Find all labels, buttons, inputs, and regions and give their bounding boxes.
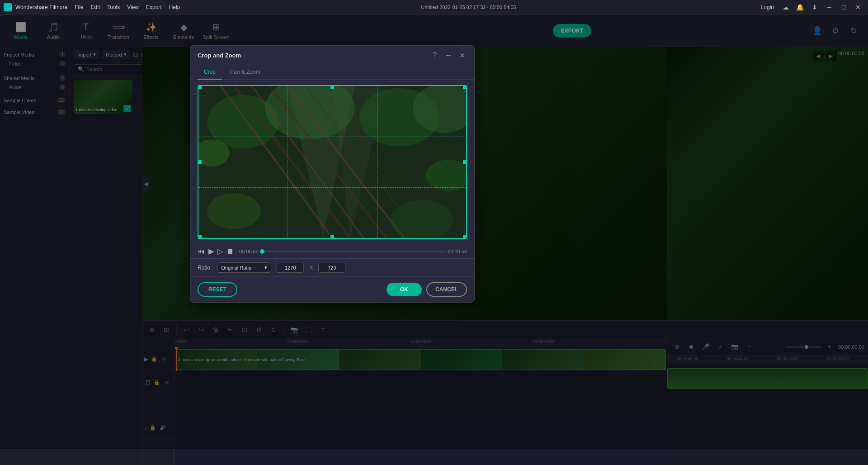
playback-time-end: 00:00:54	[448, 249, 467, 254]
menu-help[interactable]: Help	[169, 4, 180, 10]
dialog-header: Crop and Zoom ? ─ ✕	[190, 46, 474, 65]
login-button[interactable]: Login	[757, 3, 778, 11]
crop-handle-tl[interactable]	[198, 85, 202, 89]
app-logo	[4, 3, 12, 11]
dialog-title: Crop and Zoom	[198, 52, 241, 59]
playback-play[interactable]: ▶	[208, 247, 214, 256]
dialog-minimize-button[interactable]: ─	[443, 50, 453, 60]
ok-button[interactable]: OK	[387, 283, 422, 296]
download-icon[interactable]: ⬇	[808, 2, 821, 12]
crop-handle-bl[interactable]	[198, 235, 202, 238]
playback-handle[interactable]	[260, 249, 264, 254]
dialog-close-button[interactable]: ✕	[457, 50, 467, 60]
crop-handle-bm[interactable]	[330, 235, 334, 238]
menu-view[interactable]: View	[127, 4, 139, 10]
cancel-button[interactable]: CANCEL	[426, 282, 467, 297]
title-bar-right: Login ☁ 🔔 ⬇ ─ □ ✕	[757, 2, 864, 12]
dialog-tabs: Crop Pan & Zoom	[190, 65, 474, 80]
menu-edit[interactable]: Edit	[91, 4, 100, 10]
svg-point-15	[207, 193, 261, 229]
ratio-chevron-icon: ▾	[264, 265, 267, 270]
crop-handle-tr[interactable]	[463, 85, 467, 89]
dialog-tab-pan-zoom[interactable]: Pan & Zoom	[224, 65, 267, 80]
playback-stop[interactable]: ⏹	[226, 247, 234, 256]
title-center: Untitled-2022-01-25 02 17 32 · 00:00:54:…	[421, 5, 516, 10]
crop-handle-br[interactable]	[463, 235, 467, 238]
dialog-tab-crop[interactable]: Crop	[198, 65, 222, 80]
app-name: Wondershare Filmora	[15, 4, 67, 10]
ratio-x-label: X	[309, 265, 313, 271]
preview-svg	[198, 86, 466, 238]
playback-skip-back[interactable]: ⏮	[198, 247, 205, 256]
menu-file[interactable]: File	[75, 4, 83, 10]
ratio-value: Original Ratio	[221, 265, 251, 270]
title-bar-menu: File Edit Tools View Export Help	[75, 4, 180, 10]
menu-tools[interactable]: Tools	[107, 4, 120, 10]
reset-button[interactable]: RESET	[198, 282, 237, 297]
cloud-icon[interactable]: ☁	[779, 2, 792, 12]
notification-icon[interactable]: 🔔	[794, 2, 807, 12]
dialog-playback: ⏮ ▶ ▷ ⏹ 00:00:00 00:00:54	[190, 244, 474, 259]
minimize-button[interactable]: ─	[823, 2, 835, 12]
ratio-select[interactable]: Original Ratio ▾	[217, 262, 271, 273]
dialog-buttons: RESET OK CANCEL	[190, 277, 474, 302]
title-bar: Wondershare Filmora File Edit Tools View…	[0, 0, 868, 14]
playback-time-start: 00:00:00	[239, 249, 259, 254]
dialog-preview[interactable]	[198, 85, 467, 239]
crop-dialog: Crop and Zoom ? ─ ✕ Crop Pan & Zoom	[190, 45, 475, 303]
dialog-help-button[interactable]: ?	[430, 50, 440, 60]
playback-play-alt[interactable]: ▷	[217, 247, 223, 256]
dialog-header-buttons: ? ─ ✕	[430, 50, 467, 60]
dialog-ratio: Ratio: Original Ratio ▾ X	[190, 259, 474, 277]
crop-handle-tm[interactable]	[330, 85, 334, 89]
title-bar-left: Wondershare Filmora File Edit Tools View…	[4, 3, 180, 11]
restore-button[interactable]: □	[837, 2, 850, 12]
crop-handle-lm[interactable]	[198, 160, 202, 164]
ratio-width-input[interactable]	[277, 263, 304, 273]
close-button[interactable]: ✕	[852, 2, 864, 12]
ratio-label: Ratio:	[198, 265, 212, 271]
playback-timeline[interactable]	[262, 251, 444, 252]
crop-handle-rm[interactable]	[463, 160, 467, 164]
menu-export[interactable]: Export	[146, 4, 162, 10]
ratio-height-input[interactable]	[318, 263, 345, 273]
